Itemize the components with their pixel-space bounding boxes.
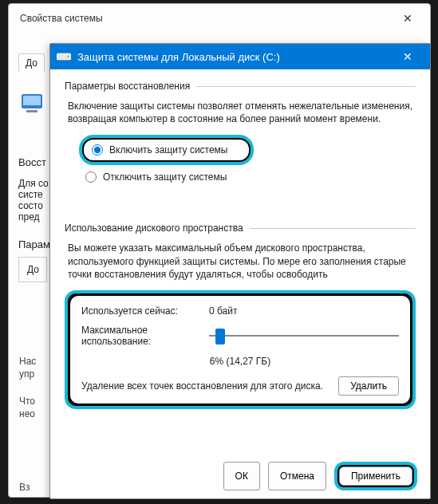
system-protection-icon	[18, 86, 50, 118]
current-usage-label: Используется сейчас:	[81, 305, 201, 317]
restore-description: Включение защиты системы позволяет отмен…	[68, 100, 412, 125]
enable-protection-label[interactable]: Включить защиту системы	[109, 144, 228, 156]
dialog-titlebar[interactable]: Защита системы для Локальный диск (C:) ✕	[50, 44, 430, 69]
delete-description: Удаление всех точек восстановления для э…	[81, 380, 330, 392]
max-usage-percent: 6% (14,27 ГБ)	[81, 356, 399, 367]
outer-frag-vz: Вз	[19, 482, 30, 493]
svg-rect-2	[26, 110, 37, 112]
highlight-apply-button: Применить	[334, 462, 417, 490]
current-usage-value: 0 байт	[209, 305, 237, 317]
outer-window-title: Свойства системы	[20, 13, 103, 24]
disable-protection-radio[interactable]	[85, 171, 97, 183]
dialog-title: Защита системы для Локальный диск (C:)	[77, 51, 392, 63]
slider-track	[209, 335, 399, 337]
drive-icon	[57, 51, 71, 62]
ok-button[interactable]: ОК	[223, 462, 260, 490]
restore-group-label: Параметры восстановления	[65, 81, 416, 92]
delete-button[interactable]: Удалить	[338, 376, 399, 396]
outer-close-icon[interactable]: ✕	[397, 12, 419, 25]
outer-frag-nas: Нас	[19, 356, 36, 367]
max-usage-label: Максимальное использование:	[81, 325, 201, 348]
max-usage-slider[interactable]	[209, 327, 399, 345]
svg-rect-1	[23, 96, 41, 105]
disable-protection-label[interactable]: Отключить защиту системы	[103, 171, 227, 183]
cancel-button[interactable]: Отмена	[268, 462, 326, 490]
dialog-footer: ОК Отмена Применить	[50, 454, 430, 498]
outer-params-tab[interactable]: До	[24, 262, 42, 277]
svg-point-4	[68, 56, 69, 57]
enable-protection-radio[interactable]	[92, 144, 103, 156]
outer-tab[interactable]: До	[18, 53, 45, 72]
highlight-usage-panel: Используется сейчас: 0 байт Максимальное…	[65, 290, 416, 409]
usage-description: Вы можете указать максимальный объем дис…	[68, 242, 412, 281]
close-icon[interactable]: ✕	[392, 50, 424, 63]
outer-frag-neo: нео	[19, 408, 35, 419]
slider-thumb[interactable]	[215, 329, 225, 345]
usage-group-label: Использование дискового пространства	[65, 222, 416, 234]
highlight-enable-option: Включить защиту системы	[79, 135, 254, 165]
outer-frag-upr: упр	[19, 368, 34, 380]
outer-frag-chto: Что	[19, 396, 35, 407]
system-protection-dialog: Защита системы для Локальный диск (C:) ✕…	[49, 43, 431, 499]
apply-button[interactable]: Применить	[339, 467, 412, 486]
